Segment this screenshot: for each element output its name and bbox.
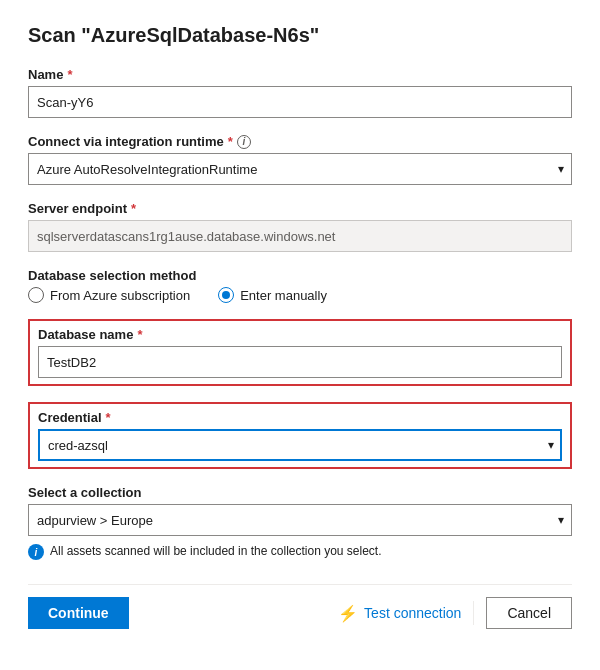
radio-option-azure[interactable]: From Azure subscription (28, 287, 190, 303)
footer: Continue ⚡ Test connection Cancel (28, 584, 572, 629)
runtime-field-group: Connect via integration runtime * i Azur… (28, 134, 572, 185)
db-selection-label: Database selection method (28, 268, 572, 283)
collection-field-group: Select a collection adpurview > Europe ▾… (28, 485, 572, 560)
db-name-input[interactable] (38, 346, 562, 378)
db-selection-radio-group: From Azure subscription Enter manually (28, 287, 572, 303)
runtime-info-icon[interactable]: i (237, 135, 251, 149)
test-connection-button[interactable]: ⚡ Test connection (338, 604, 461, 623)
collection-info-icon: i (28, 544, 44, 560)
required-star-server: * (131, 201, 136, 216)
credential-select-wrapper: cred-azsql ▾ (38, 429, 562, 461)
footer-right: ⚡ Test connection Cancel (338, 597, 572, 629)
name-input[interactable] (28, 86, 572, 118)
db-name-label: Database name * (38, 327, 562, 342)
collection-select[interactable]: adpurview > Europe (28, 504, 572, 536)
name-label: Name * (28, 67, 572, 82)
server-endpoint-label: Server endpoint * (28, 201, 572, 216)
collection-label: Select a collection (28, 485, 572, 500)
credential-label: Credential * (38, 410, 562, 425)
radio-option-manual[interactable]: Enter manually (218, 287, 327, 303)
credential-select[interactable]: cred-azsql (38, 429, 562, 461)
server-endpoint-input (28, 220, 572, 252)
name-field-group: Name * (28, 67, 572, 118)
collection-select-wrapper: adpurview > Europe ▾ (28, 504, 572, 536)
continue-button[interactable]: Continue (28, 597, 129, 629)
db-name-highlighted-group: Database name * (28, 319, 572, 386)
collection-info: i All assets scanned will be included in… (28, 544, 572, 560)
collection-info-text: All assets scanned will be included in t… (50, 544, 382, 558)
radio-manual-label: Enter manually (240, 288, 327, 303)
radio-azure-label: From Azure subscription (50, 288, 190, 303)
footer-divider (473, 601, 474, 625)
test-connection-label: Test connection (364, 605, 461, 621)
runtime-select-wrapper: Azure AutoResolveIntegrationRuntime ▾ (28, 153, 572, 185)
radio-manual-circle (218, 287, 234, 303)
runtime-label: Connect via integration runtime * i (28, 134, 572, 149)
runtime-select[interactable]: Azure AutoResolveIntegrationRuntime (28, 153, 572, 185)
db-selection-field-group: Database selection method From Azure sub… (28, 268, 572, 303)
server-endpoint-field-group: Server endpoint * (28, 201, 572, 252)
required-star-runtime: * (228, 134, 233, 149)
required-star: * (67, 67, 72, 82)
radio-azure-circle (28, 287, 44, 303)
cancel-button[interactable]: Cancel (486, 597, 572, 629)
credential-highlighted-group: Credential * cred-azsql ▾ (28, 402, 572, 469)
required-star-cred: * (106, 410, 111, 425)
required-star-db: * (137, 327, 142, 342)
page-title: Scan "AzureSqlDatabase-N6s" (28, 24, 572, 47)
test-connection-icon: ⚡ (338, 604, 358, 623)
